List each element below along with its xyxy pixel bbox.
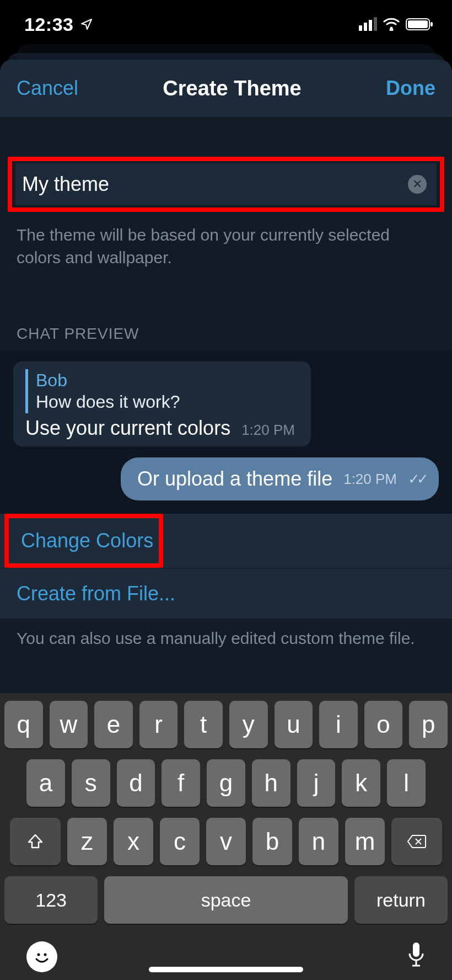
backspace-key[interactable] bbox=[391, 818, 442, 865]
keyboard-bottom-row bbox=[4, 935, 448, 980]
outgoing-message-text: Or upload a theme file bbox=[137, 467, 332, 491]
clear-text-button[interactable]: ✕ bbox=[408, 175, 427, 194]
key-q[interactable]: q bbox=[4, 701, 43, 748]
status-time: 12:33 bbox=[24, 14, 73, 35]
page-title: Create Theme bbox=[163, 77, 301, 100]
key-g[interactable]: g bbox=[207, 759, 245, 807]
svg-rect-7 bbox=[413, 942, 419, 957]
change-colors-highlight: Change Colors bbox=[4, 514, 163, 568]
outgoing-message-time: 1:20 PM bbox=[343, 471, 397, 488]
key-e[interactable]: e bbox=[94, 701, 133, 748]
reply-text: How does it work? bbox=[36, 392, 299, 412]
emoji-button[interactable] bbox=[26, 941, 57, 972]
battery-icon bbox=[406, 18, 434, 31]
key-x[interactable]: x bbox=[114, 818, 153, 865]
key-h[interactable]: h bbox=[252, 759, 290, 807]
location-icon bbox=[80, 18, 93, 31]
svg-rect-2 bbox=[408, 20, 428, 28]
incoming-message-bubble: Bob How does it work? Use your current c… bbox=[13, 361, 311, 446]
cellular-icon bbox=[359, 18, 377, 31]
microphone-icon bbox=[407, 941, 426, 968]
dictation-button[interactable] bbox=[407, 941, 426, 968]
svg-point-4 bbox=[32, 947, 52, 967]
backspace-icon bbox=[407, 834, 427, 849]
nav-bar: Cancel Create Theme Done bbox=[0, 60, 452, 117]
key-c[interactable]: c bbox=[160, 818, 200, 865]
footer-note: You can also use a manually edited custo… bbox=[0, 619, 452, 658]
status-bar: 12:33 bbox=[0, 0, 452, 49]
change-colors-button[interactable]: Change Colors bbox=[18, 521, 159, 560]
key-m[interactable]: m bbox=[345, 818, 385, 865]
return-key[interactable]: return bbox=[354, 876, 448, 924]
home-indicator[interactable] bbox=[149, 967, 303, 972]
keyboard-row-1: q w e r t y u i o p bbox=[4, 701, 448, 748]
numbers-key[interactable]: 123 bbox=[4, 876, 98, 924]
key-y[interactable]: y bbox=[229, 701, 268, 748]
svg-point-0 bbox=[390, 27, 393, 30]
incoming-message-text: Use your current colors bbox=[25, 417, 230, 440]
key-z[interactable]: z bbox=[67, 818, 107, 865]
shift-key[interactable] bbox=[10, 818, 61, 865]
svg-point-6 bbox=[44, 954, 47, 956]
key-o[interactable]: o bbox=[364, 701, 403, 748]
key-d[interactable]: d bbox=[117, 759, 155, 807]
emoji-icon bbox=[31, 946, 53, 968]
key-i[interactable]: i bbox=[319, 701, 358, 748]
key-f[interactable]: f bbox=[162, 759, 200, 807]
incoming-message-time: 1:20 PM bbox=[241, 422, 295, 439]
create-from-file-button[interactable]: Create from File... bbox=[0, 568, 452, 619]
key-l[interactable]: l bbox=[387, 759, 426, 807]
done-button[interactable]: Done bbox=[386, 77, 435, 100]
theme-name-highlight: ✕ bbox=[8, 157, 444, 212]
outgoing-message-bubble: Or upload a theme file 1:20 PM ✓✓ bbox=[121, 457, 439, 500]
key-t[interactable]: t bbox=[184, 701, 223, 748]
chat-preview-header: CHAT PREVIEW bbox=[0, 269, 452, 350]
shift-icon bbox=[27, 833, 44, 850]
key-b[interactable]: b bbox=[252, 818, 292, 865]
key-v[interactable]: v bbox=[206, 818, 246, 865]
option-row: Change Colors bbox=[0, 514, 452, 568]
key-n[interactable]: n bbox=[299, 818, 338, 865]
keyboard-row-3: z x c v b n m bbox=[4, 818, 448, 865]
reply-sender: Bob bbox=[36, 370, 299, 391]
key-u[interactable]: u bbox=[275, 701, 313, 748]
key-a[interactable]: a bbox=[26, 759, 65, 807]
keyboard-row-2: a s d f g h j k l bbox=[4, 759, 448, 807]
read-checks-icon: ✓✓ bbox=[408, 471, 426, 488]
key-s[interactable]: s bbox=[72, 759, 110, 807]
theme-name-field[interactable]: ✕ bbox=[15, 163, 437, 205]
key-j[interactable]: j bbox=[297, 759, 336, 807]
key-r[interactable]: r bbox=[139, 701, 178, 748]
space-key[interactable]: space bbox=[104, 876, 348, 924]
key-k[interactable]: k bbox=[342, 759, 380, 807]
cancel-button[interactable]: Cancel bbox=[17, 77, 78, 100]
theme-hint-text: The theme will be based on your currentl… bbox=[0, 212, 452, 269]
svg-rect-3 bbox=[431, 22, 433, 26]
theme-name-input[interactable] bbox=[22, 173, 408, 196]
reply-reference: Bob How does it work? bbox=[25, 369, 299, 413]
keyboard: q w e r t y u i o p a s d f g h j k l z bbox=[0, 693, 452, 980]
close-icon: ✕ bbox=[412, 178, 422, 190]
wifi-icon bbox=[383, 18, 400, 31]
chat-preview: Bob How does it work? Use your current c… bbox=[0, 350, 452, 514]
key-p[interactable]: p bbox=[409, 701, 448, 748]
svg-point-5 bbox=[37, 954, 40, 956]
keyboard-row-4: 123 space return bbox=[4, 876, 448, 924]
key-w[interactable]: w bbox=[50, 701, 88, 748]
